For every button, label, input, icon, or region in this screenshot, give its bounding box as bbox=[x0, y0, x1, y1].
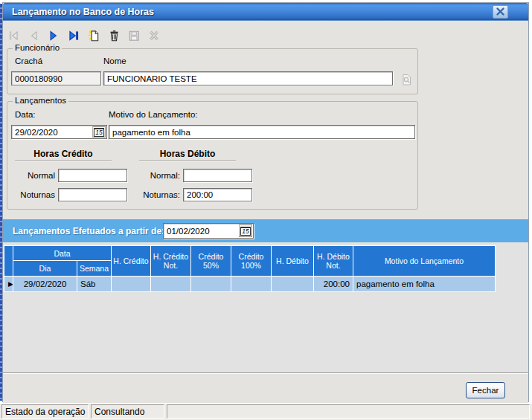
cell-dia[interactable]: 29/02/2020 bbox=[13, 277, 77, 291]
lancamentos-group: Lançamentos Data: 29/02/2020 15 Motivo d… bbox=[7, 101, 418, 210]
grid-header-data[interactable]: Data bbox=[13, 246, 111, 260]
cell-h-debito[interactable] bbox=[272, 277, 313, 291]
status-label-panel: Estado da operação -> bbox=[1, 404, 89, 419]
horas-debito-title: Horas Débito bbox=[139, 149, 236, 159]
filter-date-value: 01/02/2020 bbox=[167, 227, 210, 236]
fechar-button[interactable]: Fechar bbox=[466, 382, 505, 398]
cracha-label: Crachá bbox=[15, 56, 42, 65]
next-record-icon[interactable] bbox=[47, 29, 60, 42]
current-row-marker-icon: ▶ bbox=[7, 281, 13, 288]
debito-noturnas-field[interactable]: 200:00 bbox=[183, 188, 252, 201]
row-indicator-cell: ▶ bbox=[4, 277, 13, 291]
grid-header-motivo[interactable]: Motivo do Lançamento bbox=[353, 246, 495, 276]
nome-field[interactable]: FUNCIONARIO TESTE bbox=[103, 71, 393, 85]
debito-normal-field[interactable] bbox=[183, 169, 252, 182]
grid-header-indicator[interactable] bbox=[4, 246, 13, 276]
window-title: Lançamento no Banco de Horas bbox=[3, 3, 528, 21]
cracha-field[interactable]: 0000180990 bbox=[11, 71, 101, 85]
close-icon bbox=[496, 7, 505, 18]
calendar-icon: 15 bbox=[240, 227, 250, 236]
delete-record-icon[interactable] bbox=[107, 29, 121, 42]
filter-bar: Lançamentos Efetuados a partir de: 01/02… bbox=[3, 219, 528, 242]
data-calendar-button[interactable]: 15 bbox=[92, 126, 106, 138]
statusbar: Estado da operação -> Consultando bbox=[0, 404, 532, 420]
filter-calendar-button[interactable]: 15 bbox=[239, 224, 252, 237]
credito-noturnas-field[interactable] bbox=[58, 188, 127, 201]
credito-normal-label: Normal bbox=[13, 171, 55, 180]
grid-header-h-debito-not[interactable]: H. Débito Not. bbox=[314, 246, 353, 276]
employee-lookup-icon[interactable] bbox=[400, 73, 413, 88]
cell-motivo[interactable]: pagamento em folha bbox=[353, 277, 495, 291]
debito-normal-label: Normal: bbox=[134, 171, 180, 180]
save-record-icon[interactable] bbox=[127, 29, 141, 42]
cell-h-credito-not[interactable] bbox=[151, 277, 190, 291]
titlebar[interactable]: Lançamento no Banco de Horas bbox=[3, 3, 528, 21]
grid-header-dia[interactable]: Dia bbox=[13, 261, 77, 276]
dialog-lancamento-banco-horas: Lançamento no Banco de Horas bbox=[2, 2, 529, 402]
cell-credito-50[interactable] bbox=[191, 277, 231, 291]
horas-credito-title: Horas Crédito bbox=[15, 149, 112, 159]
grid-header-h-debito[interactable]: H. Débito bbox=[272, 246, 313, 276]
nome-label: Nome bbox=[103, 56, 126, 65]
records-grid: Data H. Crédito H. Crédito Not. Crédito … bbox=[4, 245, 496, 292]
grid-header-credito-50[interactable]: Crédito 50% bbox=[191, 246, 231, 276]
filter-label: Lançamentos Efetuados a partir de: bbox=[3, 226, 164, 236]
lancamentos-legend: Lançamentos bbox=[13, 96, 68, 105]
motivo-label: Motivo do Lançamento: bbox=[109, 110, 198, 119]
grid-header-h-credito-not[interactable]: H. Crédito Not. bbox=[151, 246, 190, 276]
grid-header-h-credito[interactable]: H. Crédito bbox=[112, 246, 150, 276]
footer-panel: Fechar bbox=[3, 372, 528, 403]
credito-noturnas-label: Noturnas bbox=[13, 190, 55, 199]
data-field[interactable]: 29/02/2020 15 bbox=[11, 125, 107, 139]
calendar-icon: 15 bbox=[94, 128, 103, 137]
funcionario-group: Funcionário Crachá 0000180990 Nome FUNCI… bbox=[7, 48, 418, 94]
credito-normal-field[interactable] bbox=[58, 169, 127, 182]
motivo-field[interactable]: pagamento em folha bbox=[109, 125, 415, 139]
horas-credito-divider bbox=[15, 161, 112, 162]
debito-noturnas-label: Noturnas: bbox=[134, 190, 180, 199]
status-empty-panel bbox=[167, 404, 530, 419]
status-value-panel: Consultando bbox=[91, 404, 164, 419]
cell-semana[interactable]: Sáb bbox=[77, 277, 111, 291]
last-record-icon[interactable] bbox=[67, 29, 80, 42]
record-toolbar bbox=[7, 27, 161, 45]
funcionario-legend: Funcionário bbox=[13, 43, 62, 52]
cancel-edit-icon[interactable] bbox=[147, 29, 161, 42]
grid-header-credito-100[interactable]: Crédito 100% bbox=[231, 246, 271, 276]
first-record-icon[interactable] bbox=[7, 29, 20, 42]
data-value: 29/02/2020 bbox=[15, 128, 58, 137]
grid-header-semana[interactable]: Semana bbox=[77, 261, 111, 276]
cell-h-debito-not[interactable]: 200:00 bbox=[314, 277, 353, 291]
cell-h-credito[interactable] bbox=[112, 277, 150, 291]
filter-date-field[interactable]: 01/02/2020 15 bbox=[163, 223, 254, 239]
previous-record-icon[interactable] bbox=[27, 29, 40, 42]
window-close-button[interactable] bbox=[493, 5, 508, 19]
cell-credito-100[interactable] bbox=[231, 277, 271, 291]
data-label: Data: bbox=[15, 110, 36, 119]
horas-debito-divider bbox=[139, 161, 236, 162]
new-record-icon[interactable] bbox=[87, 29, 100, 42]
